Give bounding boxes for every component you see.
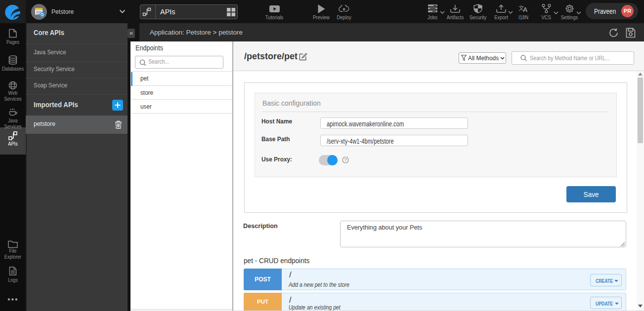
svg-text:A: A bbox=[523, 6, 528, 12]
svg-text:?: ? bbox=[344, 157, 346, 162]
